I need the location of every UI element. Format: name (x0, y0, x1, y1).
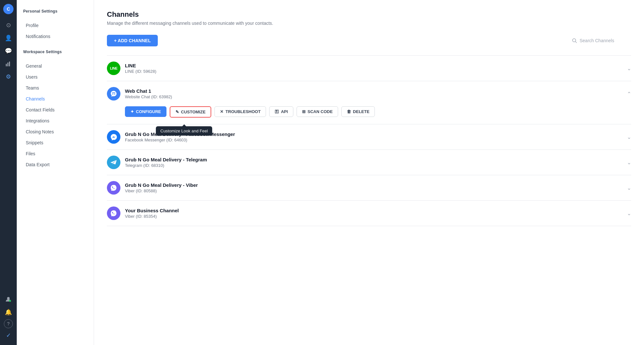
channel-logo-telegram (107, 156, 120, 169)
troubleshoot-button[interactable]: ✕ TROUBLESHOOT (214, 106, 266, 117)
channel-logo-viber1 (107, 181, 120, 195)
scan-code-button[interactable]: ⊞ SCAN CODE (297, 106, 338, 117)
api-icon: ⚿ (275, 109, 279, 114)
dashboard-icon[interactable]: ⊙ (3, 19, 14, 31)
api-button[interactable]: ⚿ API (269, 106, 293, 117)
page-subtitle: Manage the different messaging channels … (107, 21, 631, 26)
sidebar-item-closing-notes[interactable]: Closing Notes (17, 126, 94, 137)
customize-tooltip: Customize Look and Feel (156, 126, 212, 136)
channel-logo-viber2 (107, 206, 120, 220)
customize-label: CUSTOMIZE (181, 110, 205, 114)
channel-sub-line: LINE (ID: 59628) (125, 69, 622, 74)
toolbar: + ADD CHANNEL (107, 35, 631, 46)
channel-header-telegram[interactable]: Grub N Go Meal Delivery - Telegram Teleg… (107, 150, 631, 175)
chevron-down-icon-viber2: ⌄ (627, 210, 631, 216)
channel-item-viber2: Your Business Channel Viber (ID: 85354) … (107, 201, 631, 226)
personal-settings-title: Personal Settings (17, 6, 94, 15)
channel-name-viber2: Your Business Channel (125, 208, 622, 213)
delete-icon: 🗑 (347, 109, 351, 114)
sidebar-item-profile[interactable]: Profile (17, 20, 94, 31)
workspace-settings-title: Workspace Settings (17, 47, 94, 55)
sidebar-item-data-export[interactable]: Data Export (17, 159, 94, 170)
channel-list: LINE LINE LINE (ID: 59628) ⌄ Web Chat 1 (107, 55, 631, 226)
channel-item-telegram: Grub N Go Meal Delivery - Telegram Teleg… (107, 150, 631, 175)
channel-header-viber2[interactable]: Your Business Channel Viber (ID: 85354) … (107, 201, 631, 226)
chevron-down-icon-viber1: ⌄ (627, 185, 631, 191)
channel-name-viber1: Grub N Go Meal Delivery - Viber (125, 182, 622, 188)
main-content: Channels Manage the different messaging … (94, 0, 644, 345)
scan-code-label: SCAN CODE (308, 109, 333, 114)
channel-sub-fb: Facebook Messenger (ID: 64603) (125, 138, 622, 142)
configure-label: CONFIGURE (136, 109, 161, 114)
delete-button[interactable]: 🗑 DELETE (341, 106, 375, 117)
page-title: Channels (107, 10, 631, 19)
sidebar-item-channels[interactable]: Channels (17, 93, 94, 104)
search-icon (572, 38, 577, 43)
channel-info-webchat1: Web Chat 1 Website Chat (ID: 63982) (125, 88, 622, 99)
channel-sub-viber1: Viber (ID: 80588) (125, 188, 622, 193)
checkmark-icon[interactable]: ✓ (3, 330, 14, 341)
svg-rect-0 (6, 64, 7, 66)
search-box (572, 38, 631, 43)
sidebar-item-integrations[interactable]: Integrations (17, 115, 94, 126)
channel-logo-line: LINE (107, 62, 120, 75)
avatar[interactable]: C (3, 4, 14, 14)
customize-button[interactable]: ✎ CUSTOMIZE (170, 106, 211, 118)
notification-icon[interactable]: 🔔 (3, 306, 14, 318)
channel-item-webchat1: Web Chat 1 Website Chat (ID: 63982) ⌃ ✦ … (107, 81, 631, 124)
channel-header-webchat1[interactable]: Web Chat 1 Website Chat (ID: 63982) ⌃ (107, 81, 631, 106)
sidebar: Personal Settings Profile Notifications … (17, 0, 94, 345)
search-input[interactable] (580, 38, 631, 43)
channel-name-line: LINE (125, 63, 622, 68)
channel-info-telegram: Grub N Go Meal Delivery - Telegram Teleg… (125, 157, 622, 168)
channel-sub-telegram: Telegram (ID: 68310) (125, 163, 622, 168)
svg-line-6 (575, 42, 577, 43)
sidebar-item-snippets[interactable]: Snippets (17, 137, 94, 148)
chevron-up-icon-webchat1: ⌃ (627, 91, 631, 97)
svg-rect-1 (7, 62, 8, 66)
channel-sub-viber2: Viber (ID: 85354) (125, 214, 622, 219)
settings-icon[interactable]: ⚙ (3, 71, 14, 82)
delete-label: DELETE (353, 109, 369, 114)
channel-info-viber1: Grub N Go Meal Delivery - Viber Viber (I… (125, 182, 622, 193)
chevron-down-icon-telegram: ⌄ (627, 159, 631, 166)
sidebar-item-contact-fields[interactable]: Contact Fields (17, 104, 94, 115)
agent-status-icon[interactable] (3, 293, 14, 305)
chevron-down-icon-fb: ⌄ (627, 134, 631, 140)
channel-header-viber1[interactable]: Grub N Go Meal Delivery - Viber Viber (I… (107, 175, 631, 200)
chevron-down-icon-line: ⌄ (627, 65, 631, 72)
channel-actions-webchat1: ✦ CONFIGURE ✎ CUSTOMIZE ✕ TROUBLESHOOT ⚿… (107, 106, 631, 124)
troubleshoot-icon: ✕ (220, 109, 223, 114)
channel-sub-webchat1: Website Chat (ID: 63982) (125, 94, 622, 99)
troubleshoot-label: TROUBLESHOOT (225, 109, 260, 114)
contacts-icon[interactable]: 👤 (3, 32, 14, 44)
channel-item-line: LINE LINE LINE (ID: 59628) ⌄ (107, 56, 631, 81)
configure-icon: ✦ (130, 109, 134, 114)
svg-point-5 (573, 39, 576, 42)
svg-point-4 (9, 300, 11, 302)
channel-name-webchat1: Web Chat 1 (125, 88, 622, 94)
sidebar-item-general[interactable]: General (17, 61, 94, 72)
icon-rail: C ⊙ 👤 💬 ⚙ 🔔 ? ✓ (0, 0, 17, 345)
channel-name-telegram: Grub N Go Meal Delivery - Telegram (125, 157, 622, 162)
channel-item-viber1: Grub N Go Meal Delivery - Viber Viber (I… (107, 175, 631, 201)
customize-icon: ✎ (175, 110, 179, 114)
sidebar-item-notifications[interactable]: Notifications (17, 31, 94, 42)
help-icon[interactable]: ? (4, 319, 13, 328)
channel-logo-fb (107, 130, 120, 144)
svg-rect-2 (9, 62, 10, 66)
reports-icon[interactable] (3, 58, 14, 70)
sidebar-item-files[interactable]: Files (17, 148, 94, 159)
svg-point-3 (7, 297, 10, 300)
channel-logo-webchat1 (107, 87, 120, 101)
add-channel-button[interactable]: + ADD CHANNEL (107, 35, 158, 46)
scan-code-icon: ⊞ (302, 109, 306, 114)
channel-info-line: LINE LINE (ID: 59628) (125, 63, 622, 74)
conversations-icon[interactable]: 💬 (3, 45, 14, 57)
configure-button[interactable]: ✦ CONFIGURE (125, 106, 166, 117)
sidebar-item-users[interactable]: Users (17, 72, 94, 82)
sidebar-item-teams[interactable]: Teams (17, 82, 94, 93)
channel-info-viber2: Your Business Channel Viber (ID: 85354) (125, 208, 622, 219)
channel-header-line[interactable]: LINE LINE LINE (ID: 59628) ⌄ (107, 56, 631, 81)
api-label: API (281, 109, 288, 114)
